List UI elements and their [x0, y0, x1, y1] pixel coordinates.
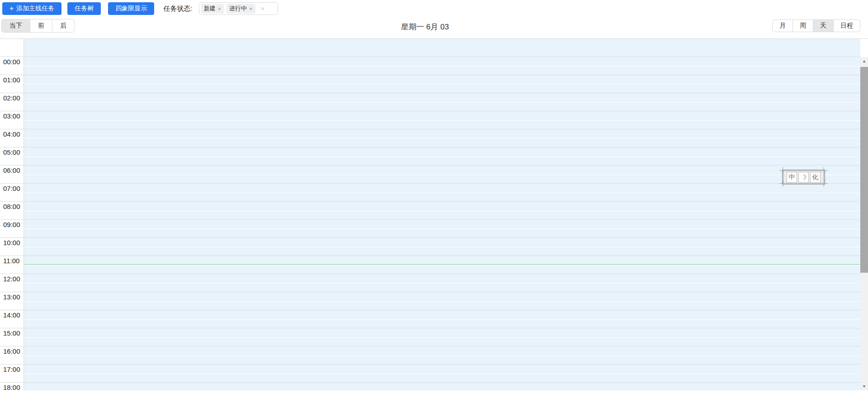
quadrant-display-label: 四象限显示	[115, 5, 147, 13]
quadrant-display-button[interactable]: 四象限显示	[108, 2, 154, 15]
hour-row: 12:00	[0, 274, 860, 292]
today-button[interactable]: 当下	[1, 19, 30, 33]
all-day-gutter	[0, 39, 24, 57]
time-slot[interactable]	[24, 166, 860, 183]
hour-label: 18:00	[0, 383, 24, 390]
time-slot[interactable]	[24, 256, 860, 274]
hour-label: 05:00	[0, 147, 24, 165]
time-slot[interactable]	[24, 147, 860, 165]
hour-row: 18:00	[0, 382, 860, 390]
hour-label: 11:00	[0, 256, 24, 274]
hour-row: 06:00	[0, 165, 860, 183]
placeholder-glyph-zhong: 中	[787, 172, 797, 183]
broken-image-placeholder: 中 ☽ 化	[782, 170, 825, 185]
hour-row: 00:00	[0, 57, 860, 75]
hour-label: 00:00	[0, 57, 24, 75]
moon-icon: ☽	[798, 172, 809, 183]
time-slot[interactable]	[24, 365, 860, 382]
calendar-toolbar: 星期一 6月 03 当下 前 后 月 周 天 日程	[0, 17, 868, 36]
view-month-button[interactable]: 月	[772, 19, 793, 32]
scrollbar-thumb[interactable]	[860, 67, 868, 273]
hour-label: 12:00	[0, 274, 24, 292]
scroll-down-icon[interactable]: ▼	[860, 383, 868, 390]
scroll-up-icon[interactable]: ▲	[860, 57, 868, 65]
chevron-down-icon[interactable]: ∨	[261, 6, 265, 11]
task-status-select[interactable]: 新建 × 进行中 × ∨	[199, 2, 278, 15]
view-agenda-button[interactable]: 日程	[834, 19, 860, 32]
view-day-button[interactable]: 天	[813, 19, 834, 32]
hour-label: 07:00	[0, 184, 24, 201]
hour-label: 01:00	[0, 75, 24, 93]
hour-row: 13:00	[0, 292, 860, 310]
hour-label: 13:00	[0, 292, 24, 310]
hour-row: 16:00	[0, 346, 860, 364]
hour-label: 10:00	[0, 238, 24, 256]
hour-label: 15:00	[0, 328, 24, 346]
time-slot[interactable]	[24, 220, 860, 237]
task-status-label: 任务状态:	[163, 5, 192, 13]
view-week-button[interactable]: 周	[793, 19, 813, 32]
time-slot[interactable]	[24, 93, 860, 111]
all-day-row	[0, 39, 868, 57]
hour-label: 16:00	[0, 346, 24, 364]
all-day-cell[interactable]	[24, 39, 860, 57]
hour-label: 08:00	[0, 202, 24, 219]
add-main-task-button[interactable]: + 添加主线任务	[2, 2, 61, 15]
time-slot[interactable]	[24, 57, 860, 75]
nav-button-group: 当下 前 后	[1, 19, 75, 33]
hour-row: 01:00	[0, 75, 860, 93]
hour-row: 14:00	[0, 310, 860, 328]
time-slot[interactable]	[24, 184, 860, 201]
task-tree-button[interactable]: 任务树	[67, 2, 101, 15]
calendar-title: 星期一 6月 03	[0, 17, 850, 36]
time-slot[interactable]	[24, 202, 860, 219]
time-grid-scroll-area: 00:00 01:00 02:00 03:00 04:00 05:00 06:0…	[0, 57, 868, 390]
placeholder-glyph-hua: 化	[810, 172, 821, 183]
time-slot[interactable]	[24, 129, 860, 147]
prev-button[interactable]: 前	[30, 19, 52, 33]
current-time-indicator	[24, 264, 860, 265]
add-main-task-label: 添加主线任务	[16, 5, 54, 13]
time-slot[interactable]	[24, 328, 860, 346]
hour-label: 02:00	[0, 93, 24, 111]
hour-row: 17:00	[0, 364, 860, 382]
time-slot[interactable]	[24, 274, 860, 292]
status-tag-new[interactable]: 新建 ×	[201, 4, 224, 14]
hour-row: 02:00	[0, 93, 860, 111]
hour-label: 14:00	[0, 310, 24, 328]
remove-tag-icon[interactable]: ×	[218, 5, 222, 12]
day-calendar: 00:00 01:00 02:00 03:00 04:00 05:00 06:0…	[0, 38, 868, 390]
remove-tag-icon[interactable]: ×	[249, 5, 253, 12]
time-slot[interactable]	[24, 292, 860, 310]
hour-row: 09:00	[0, 219, 860, 237]
status-tag-inprogress[interactable]: 进行中 ×	[226, 4, 255, 14]
status-tag-inprogress-label: 进行中	[229, 5, 247, 13]
hour-label: 06:00	[0, 166, 24, 183]
view-switcher-group: 月 周 天 日程	[772, 19, 860, 32]
hour-row: 10:00	[0, 237, 860, 256]
hour-label: 09:00	[0, 220, 24, 237]
hour-label: 17:00	[0, 365, 24, 382]
time-slot[interactable]	[24, 111, 860, 129]
time-slot[interactable]	[24, 310, 860, 328]
time-slot[interactable]	[24, 75, 860, 93]
hour-row: 11:00	[0, 256, 860, 274]
next-button[interactable]: 后	[52, 19, 75, 33]
hour-label: 03:00	[0, 111, 24, 129]
vertical-scrollbar[interactable]: ▲ ▼	[860, 57, 868, 390]
hour-row: 04:00	[0, 129, 860, 147]
hour-label: 04:00	[0, 129, 24, 147]
plus-icon: +	[9, 5, 14, 12]
time-slot[interactable]	[24, 383, 860, 390]
time-slot[interactable]	[24, 346, 860, 364]
time-grid-rows: 00:00 01:00 02:00 03:00 04:00 05:00 06:0…	[0, 57, 860, 390]
hour-row: 05:00	[0, 147, 860, 165]
hour-row: 03:00	[0, 111, 860, 129]
hour-row: 15:00	[0, 328, 860, 346]
top-toolbar: + 添加主线任务 任务树 四象限显示 任务状态: 新建 × 进行中 × ∨	[0, 0, 868, 17]
time-slot[interactable]	[24, 238, 860, 256]
status-tag-new-label: 新建	[204, 5, 216, 13]
task-tree-label: 任务树	[75, 5, 94, 13]
hour-row: 08:00	[0, 201, 860, 219]
hour-row: 07:00	[0, 183, 860, 201]
